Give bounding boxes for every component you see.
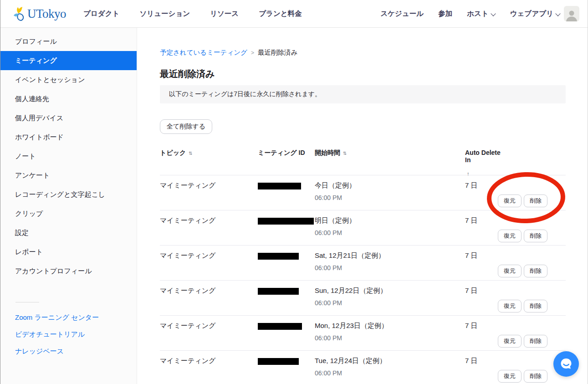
- table-row: マイミーティング 明日（定例） 06:00 PM 7 日 復元 削除: [160, 210, 566, 246]
- row-auto-delete: 7 日: [465, 287, 505, 295]
- auto-delete-notice: 以下のミーティングは7日後に永久に削除されます。: [160, 85, 566, 103]
- nav-item-left-2[interactable]: リソース: [210, 9, 239, 19]
- nav-item-right-2[interactable]: ホスト: [467, 9, 496, 19]
- sidebar-item-4[interactable]: 個人用デバイス: [0, 108, 137, 128]
- row-start-date: 今日（定例）: [315, 181, 465, 190]
- nav-item-right-3[interactable]: ウェブアプリ: [510, 9, 560, 19]
- sidebar: プロフィールミーティングイベントとセッション個人連絡先個人用デバイスホワイトボー…: [0, 28, 137, 384]
- header-meeting-id: ミーティング ID: [258, 149, 315, 157]
- header-start-time[interactable]: 開始時間⇅: [315, 149, 465, 157]
- sidebar-item-1[interactable]: ミーティング: [0, 51, 137, 70]
- breadcrumb: 予定されているミーティング > 最近削除済み: [160, 48, 566, 57]
- nav-item-label: ホスト: [467, 9, 489, 19]
- sidebar-item-7[interactable]: アンケート: [0, 166, 137, 185]
- delete-all-button[interactable]: 全て削除する: [160, 119, 212, 134]
- sidebar-item-8[interactable]: レコーディングと文字起こし: [0, 185, 137, 204]
- sidebar-link-1[interactable]: ビデオチュートリアル: [0, 326, 137, 343]
- row-topic: マイミーティング: [160, 251, 258, 260]
- chevron-down-icon: [491, 11, 496, 15]
- page-title: 最近削除済み: [160, 68, 566, 80]
- user-avatar[interactable]: [564, 6, 579, 21]
- row-start-time: 06:00 PM: [315, 334, 465, 342]
- row-auto-delete: 7 日: [465, 216, 505, 225]
- row-start-date: Sat, 12月21日（定例）: [315, 251, 465, 260]
- nav-item-label: 参加: [438, 9, 452, 19]
- sidebar-divider: [15, 302, 39, 302]
- row-start-date: 明日（定例）: [315, 216, 465, 225]
- row-auto-delete: 7 日: [465, 181, 505, 190]
- restore-button[interactable]: 復元: [498, 370, 522, 383]
- sidebar-link-0[interactable]: Zoom ラーニング センター: [0, 309, 137, 326]
- meeting-id-redacted: [258, 288, 299, 295]
- table-header-row: トピック⇅ ミーティング ID 開始時間⇅ Auto Delete In ↑: [160, 148, 566, 175]
- restore-button[interactable]: 復元: [498, 300, 522, 312]
- sidebar-item-10[interactable]: 設定: [0, 223, 137, 242]
- delete-button[interactable]: 削除: [524, 265, 547, 277]
- table-row: マイミーティング Mon, 12月23日（定例） 06:00 PM 7 日 復元…: [160, 316, 566, 351]
- table-row: マイミーティング Tue, 12月24日（定例） 06:00 PM 7 日 復元…: [160, 351, 566, 384]
- delete-button[interactable]: 削除: [524, 335, 547, 348]
- delete-button[interactable]: 削除: [524, 300, 547, 312]
- header-topic[interactable]: トピック⇅: [160, 149, 258, 157]
- sidebar-link-2[interactable]: ナレッジベース: [0, 343, 137, 360]
- row-topic: マイミーティング: [160, 322, 258, 330]
- ginkgo-leaf-icon: [12, 6, 26, 21]
- row-topic: マイミーティング: [160, 287, 258, 295]
- sidebar-item-3[interactable]: 個人連絡先: [0, 89, 137, 108]
- sidebar-item-12[interactable]: アカウントプロフィール: [0, 261, 137, 281]
- meeting-id-redacted: [258, 218, 314, 225]
- delete-button[interactable]: 削除: [524, 370, 547, 383]
- sort-icon[interactable]: ⇅: [343, 151, 347, 156]
- restore-button[interactable]: 復元: [498, 265, 522, 277]
- delete-button[interactable]: 削除: [524, 195, 547, 207]
- sidebar-item-11[interactable]: レポート: [0, 242, 137, 261]
- sort-icon[interactable]: ⇅: [189, 151, 192, 156]
- nav-item-label: リソース: [210, 9, 239, 19]
- table-body: マイミーティング 今日（定例） 06:00 PM 7 日 復元 削除 マイミーテ…: [160, 175, 566, 384]
- row-auto-delete: 7 日: [465, 322, 505, 330]
- restore-button[interactable]: 復元: [498, 195, 522, 207]
- meeting-id-redacted: [258, 183, 301, 189]
- chat-widget-button[interactable]: [553, 351, 579, 377]
- nav-item-left-3[interactable]: プランと料金: [259, 9, 302, 19]
- restore-button[interactable]: 復元: [498, 230, 522, 242]
- sidebar-item-2[interactable]: イベントとセッション: [0, 70, 137, 89]
- row-topic: マイミーティング: [160, 181, 258, 190]
- nav-item-left-0[interactable]: プロダクト: [83, 9, 119, 19]
- row-topic: マイミーティング: [160, 216, 258, 225]
- nav-item-label: ソリューション: [139, 9, 190, 19]
- deleted-meetings-table: トピック⇅ ミーティング ID 開始時間⇅ Auto Delete In ↑ マ…: [160, 148, 566, 384]
- row-start-date: Mon, 12月23日（定例）: [315, 322, 465, 330]
- table-row: マイミーティング Sun, 12月22日（定例） 06:00 PM 7 日 復元…: [160, 281, 566, 316]
- sidebar-item-6[interactable]: ノート: [0, 147, 137, 166]
- top-navigation: UTokyo プロダクトソリューションリソースプランと料金 スケジュール参加ホス…: [0, 0, 588, 28]
- main-content: 予定されているミーティング > 最近削除済み 最近削除済み 以下のミーティングは…: [137, 28, 588, 384]
- breadcrumb-upcoming-meetings-link[interactable]: 予定されているミーティング: [160, 48, 247, 57]
- row-auto-delete: 7 日: [465, 357, 505, 365]
- row-start-time: 06:00 PM: [315, 369, 465, 377]
- row-start-time: 06:00 PM: [315, 264, 465, 271]
- row-start-time: 06:00 PM: [315, 299, 465, 307]
- nav-item-right-0[interactable]: スケジュール: [380, 9, 424, 19]
- breadcrumb-separator: >: [251, 50, 254, 56]
- header-auto-delete[interactable]: Auto Delete In ↑: [465, 149, 505, 176]
- nav-item-label: ウェブアプリ: [510, 9, 553, 19]
- table-row: マイミーティング 今日（定例） 06:00 PM 7 日 復元 削除: [160, 175, 566, 210]
- primary-nav: プロダクトソリューションリソースプランと料金: [83, 9, 302, 19]
- sidebar-item-9[interactable]: クリップ: [0, 204, 137, 223]
- sidebar-item-5[interactable]: ホワイトボード: [0, 128, 137, 147]
- breadcrumb-current: 最近削除済み: [258, 48, 297, 57]
- row-start-time: 06:00 PM: [315, 229, 465, 236]
- utokyo-logo[interactable]: UTokyo: [12, 6, 66, 21]
- delete-button[interactable]: 削除: [524, 230, 547, 242]
- sidebar-item-0[interactable]: プロフィール: [0, 32, 137, 51]
- row-auto-delete: 7 日: [465, 251, 505, 260]
- nav-item-right-1[interactable]: 参加: [438, 9, 452, 19]
- row-topic: マイミーティング: [160, 357, 258, 365]
- restore-button[interactable]: 復元: [498, 335, 522, 348]
- nav-item-label: プロダクト: [83, 9, 119, 19]
- account-nav: スケジュール参加ホストウェブアプリ: [380, 9, 560, 19]
- nav-item-left-1[interactable]: ソリューション: [139, 9, 190, 19]
- chevron-down-icon: [556, 11, 560, 15]
- nav-item-label: プランと料金: [259, 9, 302, 19]
